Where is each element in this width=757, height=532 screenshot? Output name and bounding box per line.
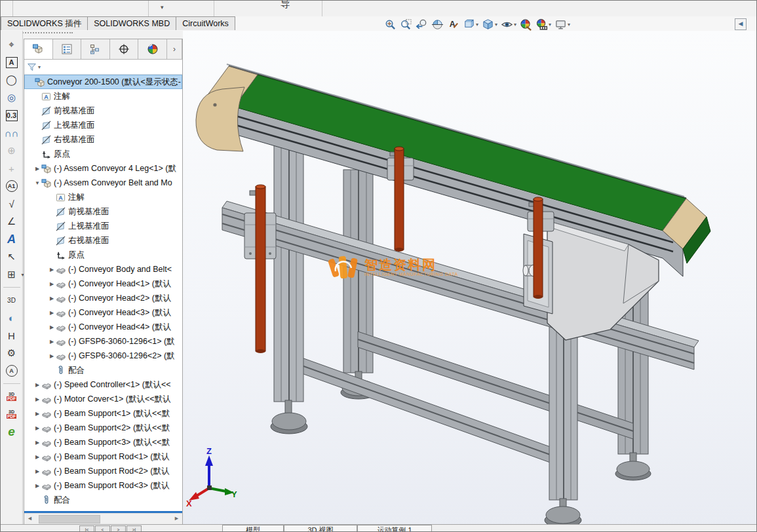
annotation-view-icon[interactable]: A bbox=[3, 364, 20, 378]
view-orientation-icon[interactable]: ▾ bbox=[463, 18, 478, 31]
tree-item[interactable]: ▶(-) Beam Support<3> (默认<<默 bbox=[24, 435, 182, 449]
tree-item[interactable]: 上视基准面 bbox=[24, 118, 182, 132]
tables-icon[interactable]: ⊞▾ bbox=[3, 267, 20, 282]
apply-scene-icon-caret[interactable]: ▾ bbox=[549, 22, 551, 28]
leg-left-back[interactable] bbox=[341, 170, 376, 399]
tree-expand-icon[interactable]: ▶ bbox=[33, 483, 41, 489]
tab-dimxpertmanager[interactable] bbox=[110, 39, 139, 59]
tree-expand-icon[interactable]: ▶ bbox=[33, 382, 41, 388]
view-settings-icon-caret[interactable]: ▾ bbox=[568, 22, 570, 28]
tree-item[interactable]: ▼(-) Assem Conveyor Belt and Mo bbox=[24, 176, 182, 190]
tree-expand-icon[interactable]: ▶ bbox=[48, 267, 56, 273]
tree-expand-icon[interactable]: ▶ bbox=[48, 339, 56, 345]
tree-item[interactable]: ▶(-) Conveyor Body and Belt< bbox=[24, 262, 182, 276]
tab-propertymanager[interactable] bbox=[53, 39, 82, 59]
tree-item[interactable]: 右视基准面 bbox=[24, 132, 182, 147]
edit-appearance-icon[interactable] bbox=[520, 18, 532, 31]
annotation-views-icon[interactable]: A bbox=[447, 18, 459, 31]
tab-configurationmanager[interactable] bbox=[81, 39, 110, 59]
tree-item[interactable]: ▶(-) GFSP6-3060-1296<2> (默 bbox=[24, 349, 182, 363]
previous-view-icon[interactable] bbox=[416, 18, 428, 31]
head-roller-left[interactable] bbox=[196, 87, 244, 151]
zoom-fit-icon[interactable] bbox=[384, 18, 397, 31]
tree-item[interactable]: 配合 bbox=[24, 363, 182, 377]
dimension-scheme-icon[interactable]: ⌖ bbox=[3, 37, 20, 52]
tree-expand-icon[interactable]: ▶ bbox=[33, 468, 41, 474]
ribbon-tab-solidworks-插件[interactable]: SOLIDWORKS 插件 bbox=[1, 16, 88, 30]
tree-expand-icon[interactable]: ▶ bbox=[48, 281, 56, 287]
tree-item[interactable]: 前视基准面 bbox=[24, 204, 182, 219]
section-view-icon[interactable] bbox=[431, 18, 444, 31]
dynamic-section-icon[interactable]: ◐ bbox=[3, 311, 20, 325]
graphics-viewport[interactable]: Z X Y bbox=[183, 31, 757, 524]
tree-item[interactable]: A注解 bbox=[24, 89, 182, 104]
scrollbar-thumb[interactable] bbox=[39, 515, 100, 523]
collapse-taskpane-icon[interactable]: ◀ bbox=[735, 18, 747, 30]
tree-expand-icon[interactable]: ▶ bbox=[33, 166, 41, 172]
datum-feature-icon[interactable]: A1 bbox=[3, 179, 20, 193]
ribbon-tab-circuitworks[interactable]: CircuitWorks bbox=[176, 16, 235, 30]
tree-item[interactable]: 上视基准面 bbox=[24, 219, 182, 233]
auto-balloon-icon[interactable]: ∩∩ bbox=[3, 126, 20, 140]
tree-item[interactable]: ▶(-) Beam Support Rod<3> (默认 bbox=[24, 478, 182, 493]
tree-item[interactable]: ▶(-) GFSP6-3060-1296<1> (默 bbox=[24, 334, 182, 349]
motionstudy-nav-button[interactable]: |< bbox=[79, 525, 94, 532]
tree-expand-icon[interactable]: ▶ bbox=[33, 440, 41, 446]
tab-displaymanager[interactable] bbox=[138, 39, 167, 59]
smart-note-icon[interactable]: A bbox=[3, 232, 20, 246]
bottom-tab-motion-study[interactable]: 运动算例 1 bbox=[357, 525, 432, 532]
tree-item[interactable]: ▶(-) Conveyor Head<2> (默认 bbox=[24, 291, 182, 305]
surface-finish-icon[interactable]: √ bbox=[3, 197, 20, 211]
tree-item[interactable]: ▶(-) Speed Controller<1> (默认<< bbox=[24, 377, 182, 392]
tree-item[interactable]: ▶(-) Beam Support Rod<2> (默认 bbox=[24, 464, 182, 478]
tree-root-item[interactable]: Conveyor 200-1500 (默认<显示状态- bbox=[24, 75, 182, 89]
apply-scene-icon[interactable]: ▾ bbox=[535, 18, 551, 31]
tree-expand-icon[interactable]: ▶ bbox=[48, 295, 56, 301]
motionstudy-nav-button[interactable]: < bbox=[95, 525, 110, 532]
leg-left-front[interactable] bbox=[271, 135, 307, 434]
export-3d-pdf-icon[interactable]: 3DPDF bbox=[3, 407, 20, 421]
tree-expand-icon[interactable]: ▶ bbox=[48, 324, 56, 330]
hide-show-items-icon-caret[interactable]: ▾ bbox=[514, 22, 516, 28]
tree-expand-icon[interactable]: ▶ bbox=[33, 396, 41, 402]
stacked-balloon-icon[interactable]: ◎ bbox=[3, 90, 20, 105]
tab-featuremanager[interactable] bbox=[24, 39, 53, 59]
tree-item[interactable]: ▶(-) Beam Support Rod<1> (默认 bbox=[24, 449, 182, 464]
tree-expand-icon[interactable]: ▶ bbox=[33, 411, 41, 417]
tree-expand-icon[interactable]: ▼ bbox=[33, 180, 41, 186]
edit-3d-pdf-icon[interactable]: 3DPDF bbox=[3, 389, 20, 404]
magnetic-line-icon[interactable]: ↖ bbox=[3, 250, 20, 264]
tree-item[interactable]: ▶(-) Conveyor Head<4> (默认 bbox=[24, 320, 182, 334]
display-style-icon[interactable]: ▾ bbox=[482, 18, 497, 31]
display-style-icon-caret[interactable]: ▾ bbox=[495, 22, 497, 28]
view-settings-icon[interactable]: ▾ bbox=[554, 18, 570, 31]
show-annotations-icon[interactable]: + bbox=[3, 161, 20, 176]
filter-caret-icon[interactable]: ▾ bbox=[38, 64, 41, 70]
scroll-right-icon[interactable]: ► bbox=[174, 515, 180, 522]
compare-icon[interactable]: H bbox=[3, 328, 20, 343]
tree-horizontal-scrollbar[interactable]: ◄ ► bbox=[24, 513, 182, 524]
balloon-icon[interactable]: ◯ bbox=[3, 73, 20, 87]
datum-target-icon[interactable]: ⊕ bbox=[3, 143, 20, 158]
capture-3d-view-icon[interactable]: 3D bbox=[3, 293, 20, 307]
tree-expand-icon[interactable]: ▶ bbox=[33, 425, 41, 431]
tree-item[interactable]: ▶(-) Motor Cover<1> (默认<<默认 bbox=[24, 392, 182, 406]
tree-item[interactable]: A注解 bbox=[24, 190, 182, 204]
hide-show-items-icon[interactable]: ▾ bbox=[501, 18, 516, 31]
tree-expand-icon[interactable]: ▶ bbox=[33, 454, 41, 460]
bottom-tab-model[interactable]: 模型 bbox=[222, 525, 284, 532]
filter-funnel-icon[interactable] bbox=[27, 62, 37, 72]
edrawings-icon[interactable]: e bbox=[3, 425, 20, 439]
tree-item[interactable]: 原点 bbox=[24, 147, 182, 161]
tree-item[interactable]: ▶(-) Assem Conveyor 4 Leg<1> (默 bbox=[24, 161, 182, 176]
tree-item[interactable]: 原点 bbox=[24, 248, 182, 262]
cross-brace-back[interactable] bbox=[358, 332, 633, 439]
geometric-tolerance-icon[interactable]: 0.3 bbox=[3, 108, 20, 123]
motionstudy-nav-button[interactable]: > bbox=[111, 525, 126, 532]
bottom-tab-3d-views[interactable]: 3D 视图 bbox=[284, 525, 357, 532]
tree-expand-icon[interactable]: ▶ bbox=[48, 353, 56, 359]
smart-component-icon[interactable]: ⚙ bbox=[3, 346, 20, 360]
note-icon[interactable]: A bbox=[3, 55, 20, 69]
panel-tab-expand-icon[interactable]: › bbox=[167, 39, 182, 59]
ribbon-dropdown-caret-icon[interactable]: ▾ bbox=[161, 4, 164, 10]
